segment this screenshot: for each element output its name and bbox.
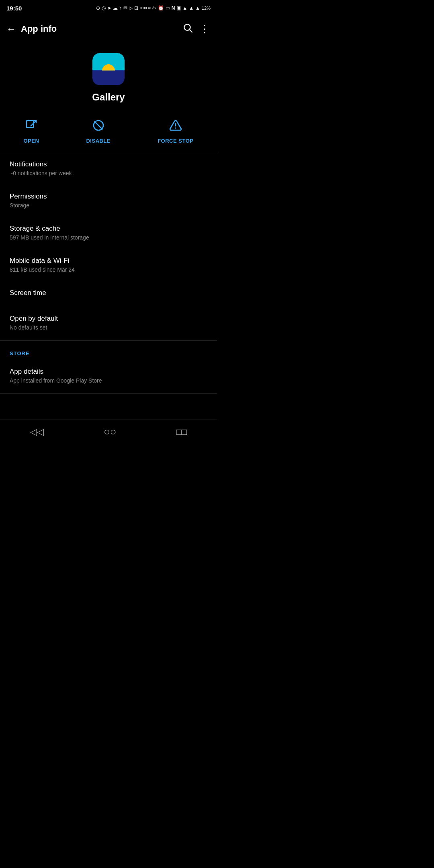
disable-button[interactable]: DISABLE bbox=[86, 119, 111, 144]
settings-list: Notifications ~0 notifications per week … bbox=[0, 152, 217, 394]
storage-cache-item[interactable]: Storage & cache 597 MB used in internal … bbox=[0, 217, 217, 249]
play-icon: ▷ bbox=[129, 5, 133, 11]
status-bar: 19:50 ⊙ ◎ ➤ ☁ ↑ ✉ ▷ ⊡ 0.08 KB/S ⏰ ▭ N ▣ … bbox=[0, 0, 217, 16]
notification-icon: ⊙ bbox=[96, 5, 100, 11]
phone-icon: ▭ bbox=[166, 5, 170, 11]
notifications-item[interactable]: Notifications ~0 notifications per week bbox=[0, 152, 217, 184]
svg-line-1 bbox=[190, 30, 192, 32]
force-stop-icon bbox=[169, 119, 182, 135]
shield-icon: ⊡ bbox=[134, 5, 138, 11]
force-stop-label: FORCE STOP bbox=[158, 138, 193, 144]
section-divider-store bbox=[0, 340, 217, 341]
vibrate-icon: ▣ bbox=[176, 5, 181, 11]
force-stop-button[interactable]: FORCE STOP bbox=[158, 119, 193, 144]
open-label: OPEN bbox=[24, 138, 39, 144]
status-icons: ⊙ ◎ ➤ ☁ ↑ ✉ ▷ ⊡ 0.08 KB/S ⏰ ▭ N ▣ ▲ ▲ ▲ … bbox=[96, 5, 211, 11]
storage-cache-sub: 597 MB used in internal storage bbox=[10, 234, 207, 241]
app-name: Gallery bbox=[92, 92, 125, 103]
notifications-title: Notifications bbox=[10, 160, 207, 168]
permissions-sub: Storage bbox=[10, 202, 207, 209]
app-details-title: App details bbox=[10, 368, 207, 376]
open-by-default-title: Open by default bbox=[10, 315, 207, 323]
direct-icon: ➤ bbox=[107, 5, 111, 11]
app-icon bbox=[92, 53, 125, 85]
page-title: App info bbox=[21, 24, 182, 34]
svg-rect-7 bbox=[92, 70, 125, 71]
section-divider-bottom bbox=[0, 393, 217, 394]
svg-line-11 bbox=[94, 122, 102, 129]
gmail-icon: ✉ bbox=[123, 5, 127, 11]
wifi-icon: ▲ bbox=[182, 5, 187, 11]
mobile-data-sub: 811 kB used since Mar 24 bbox=[10, 266, 207, 273]
whatsapp-icon: ◎ bbox=[102, 5, 106, 11]
back-button[interactable]: ← bbox=[6, 23, 16, 35]
top-actions: ⋮ bbox=[182, 23, 211, 35]
app-header: Gallery bbox=[0, 42, 217, 113]
svg-rect-6 bbox=[92, 71, 125, 85]
open-icon bbox=[25, 119, 38, 135]
screen-time-item[interactable]: Screen time bbox=[0, 281, 217, 307]
open-button[interactable]: OPEN bbox=[24, 119, 39, 144]
weather-icon: ☁ bbox=[113, 5, 118, 11]
chart-icon: ↑ bbox=[119, 5, 122, 11]
permissions-title: Permissions bbox=[10, 192, 207, 201]
disable-label: DISABLE bbox=[86, 138, 111, 144]
nav-back-button[interactable]: ◁ bbox=[30, 427, 44, 437]
top-bar: ← App info ⋮ bbox=[0, 16, 217, 42]
alarm-icon: ⏰ bbox=[158, 5, 164, 11]
app-details-item[interactable]: App details App installed from Google Pl… bbox=[0, 360, 217, 392]
action-row: OPEN DISABLE FORCE STOP bbox=[0, 113, 217, 152]
signal-icon: ▲ bbox=[189, 5, 194, 11]
battery-level: 12% bbox=[202, 6, 211, 10]
signal2-icon: ▲ bbox=[195, 5, 200, 11]
speed-icon: 0.08 KB/S bbox=[140, 6, 156, 10]
storage-cache-title: Storage & cache bbox=[10, 225, 207, 233]
mobile-data-item[interactable]: Mobile data & Wi-Fi 811 kB used since Ma… bbox=[0, 249, 217, 281]
disable-icon bbox=[92, 119, 105, 135]
screen-time-title: Screen time bbox=[10, 289, 207, 297]
n-icon: N bbox=[172, 5, 175, 11]
permissions-item[interactable]: Permissions Storage bbox=[0, 184, 217, 217]
store-section-header: STORE bbox=[0, 342, 217, 360]
bottom-nav: ◁ ○ □ bbox=[0, 420, 217, 444]
mobile-data-title: Mobile data & Wi-Fi bbox=[10, 257, 207, 265]
more-options-button[interactable]: ⋮ bbox=[199, 23, 211, 35]
app-details-sub: App installed from Google Play Store bbox=[10, 377, 207, 384]
nav-recents-button[interactable]: □ bbox=[176, 427, 187, 437]
status-time: 19:50 bbox=[6, 5, 22, 12]
nav-home-button[interactable]: ○ bbox=[104, 426, 116, 438]
notifications-sub: ~0 notifications per week bbox=[10, 170, 207, 176]
open-by-default-item[interactable]: Open by default No defaults set bbox=[0, 307, 217, 339]
search-button[interactable] bbox=[182, 23, 193, 35]
open-by-default-sub: No defaults set bbox=[10, 324, 207, 331]
